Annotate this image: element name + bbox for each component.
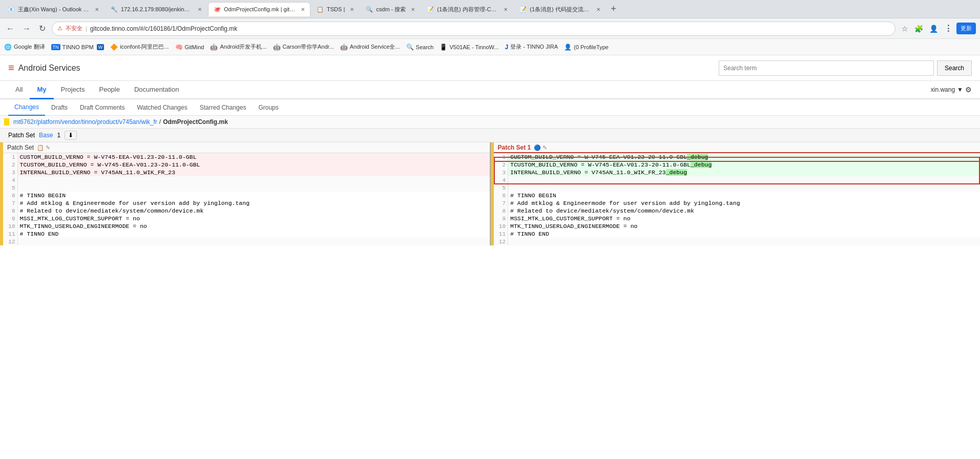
right-pane-icons: 🔵 ✎ <box>534 144 547 151</box>
bookmark-iconfont[interactable]: 🔶 iconfont-阿里巴巴... <box>110 43 169 51</box>
menu-btn[interactable]: ⋮ <box>942 23 954 34</box>
left-patch-label: Patch Set <box>7 144 34 151</box>
line-content: # Related to device/mediatek/system/comm… <box>17 207 491 215</box>
line-content: # TINNO END <box>17 230 491 238</box>
nav-documentation[interactable]: Documentation <box>127 81 186 99</box>
right-code-table: 1 CUSTOM_BUILD_VERNO = W-V745-EEA-V01.23… <box>494 153 981 245</box>
table-row: 6 # TINNO BEGIN <box>494 192 981 199</box>
profile-btn[interactable]: 👤 <box>927 24 940 34</box>
table-row: 7 # Add mtklog & Engineermode for user v… <box>3 199 491 207</box>
line-number: 2 <box>3 161 17 169</box>
nav-all[interactable]: All <box>8 81 30 99</box>
tab-close-csdn2[interactable]: ✕ <box>596 7 600 12</box>
line-content: # Add mtklog & Engineermode for user ver… <box>508 199 981 207</box>
line-number: 12 <box>3 238 17 245</box>
new-tab-button[interactable]: + <box>607 4 620 14</box>
right-status-stripe <box>491 142 494 245</box>
tab-csdm[interactable]: 🔍 csdm - 搜索 ✕ <box>360 2 421 16</box>
tab-close-csdn1[interactable]: ✕ <box>504 7 508 12</box>
nav-people[interactable]: People <box>92 81 127 99</box>
extensions-btn[interactable]: 🧩 <box>912 24 925 34</box>
sub-nav-draft-comments[interactable]: Draft Comments <box>74 99 131 116</box>
line-number: 8 <box>494 207 508 215</box>
tab-close-gerrit[interactable]: ✕ <box>301 7 305 12</box>
bookmark-gitmind[interactable]: 🧠 GitMind <box>175 44 204 51</box>
line-number: 6 <box>3 192 17 199</box>
line-number: 5 <box>3 184 17 192</box>
tab-csdn1[interactable]: 📝 (1条消息) 内容管理-CSDN创作... ✕ <box>421 2 513 16</box>
line-content: # TINNO BEGIN <box>17 192 491 199</box>
download-patch-btn[interactable]: ⬇ <box>65 131 77 140</box>
tab-close-csdm[interactable]: ✕ <box>411 7 415 12</box>
table-row: 5 <box>494 184 981 192</box>
line-content: MSSI_MTK_LOG_CUSTOMER_SUPPORT = no <box>508 215 981 222</box>
tab-close-tsds[interactable]: ✕ <box>350 7 354 12</box>
tab-csdn2[interactable]: 📝 (1条消息) 代码提交流程_Come... ✕ <box>514 2 606 16</box>
user-dropdown-icon[interactable]: ▼ <box>957 86 963 93</box>
table-row: 3 INTERNAL_BUILD_VERNO = V745AN_11.0_WIK… <box>494 169 981 176</box>
bookmark-google-translate[interactable]: 🌐 Google 翻译 <box>4 43 45 51</box>
table-row: 4 <box>3 176 491 184</box>
line-number: 6 <box>494 192 508 199</box>
table-row: 1 CUSTOM_BUILD_VERNO = W-V745-EEA-V01.23… <box>3 153 491 161</box>
table-row: 11 # TINNO END <box>494 230 981 238</box>
bookmark-profile-type[interactable]: 👤 (0 ProfileType <box>564 44 609 51</box>
line-content <box>508 176 981 184</box>
bookmark-carson[interactable]: 🤖 Carson带你学Andr... <box>273 43 334 51</box>
tab-close-outlook[interactable]: ✕ <box>95 7 99 12</box>
tab-tsds[interactable]: 📋 TSDS | ✕ <box>311 2 360 16</box>
table-row: 12 <box>3 238 491 245</box>
search-button[interactable]: Search <box>937 60 972 76</box>
bookmark-android-service[interactable]: 🤖 Android Service全... <box>340 43 400 51</box>
breadcrumb-path[interactable]: mt6762r/platform/vendor/tinno/product/v7… <box>13 118 157 126</box>
gerrit-logo: ≡ <box>8 62 14 74</box>
breadcrumb-separator: / <box>159 118 161 126</box>
line-number: 4 <box>494 176 508 184</box>
line-content: CUSTOM_BUILD_VERNO = W-V745-EEA-V01.23-2… <box>17 153 491 161</box>
left-pane-icons: 📋 ✎ <box>37 144 50 151</box>
line-number: 9 <box>494 215 508 222</box>
table-row: 9 MSSI_MTK_LOG_CUSTOMER_SUPPORT = no <box>3 215 491 222</box>
line-content: # Related to device/mediatek/system/comm… <box>508 207 981 215</box>
security-icon: ⚠ <box>57 25 62 32</box>
bookmark-star[interactable]: ☆ <box>900 24 910 34</box>
line-content <box>17 184 491 192</box>
sub-nav-starred[interactable]: Starred Changes <box>194 99 253 116</box>
line-content: # TINNO END <box>508 230 981 238</box>
sub-nav-groups[interactable]: Groups <box>252 99 284 116</box>
forward-button[interactable]: → <box>20 23 33 34</box>
top-nav: All My Projects People Documentation xin… <box>0 81 980 99</box>
table-row: 2 TCUSTOM_BUILD_VERNO = W-V745-EEA-V01.2… <box>494 161 981 169</box>
table-row: 12 <box>494 238 981 245</box>
address-bar: ← → ↻ ⚠ 不安全 | gitcode.tinno.com/#/c/1601… <box>0 18 980 39</box>
left-code-table: 1 CUSTOM_BUILD_VERNO = W-V745-EEA-V01.23… <box>3 153 491 245</box>
back-button[interactable]: ← <box>4 23 16 34</box>
nav-projects[interactable]: Projects <box>54 81 92 99</box>
bookmark-search[interactable]: 🔍 Search <box>406 44 434 51</box>
sub-nav-changes[interactable]: Changes <box>8 99 45 116</box>
search-input[interactable] <box>719 60 934 76</box>
sub-nav-watched[interactable]: Watched Changes <box>131 99 193 116</box>
tab-jenkins[interactable]: 🔧 172.16.2.179:8080/jenkins/jo... ✕ <box>105 2 207 16</box>
tab-outlook[interactable]: 📧 王鑫(Xin Wang) - Outlook We... ✕ <box>2 2 105 16</box>
line-number: 9 <box>3 215 17 222</box>
diff-main-area: Patch Set 📋 ✎ 1 CUSTOM_BUILD_VERNO = W-V… <box>0 142 980 245</box>
line-number: 10 <box>494 222 508 230</box>
nav-my[interactable]: My <box>30 81 53 99</box>
reload-button[interactable]: ↻ <box>37 23 48 34</box>
sub-nav-drafts[interactable]: Drafts <box>45 99 74 116</box>
table-row: 5 <box>3 184 491 192</box>
patch-num: 1 <box>57 132 60 139</box>
tab-gerrit[interactable]: 🐙 OdmProjectConfig.mk | gitco... ✕ <box>208 2 310 16</box>
bookmark-tinno-jira[interactable]: J 登录 - TINNO JIRA <box>505 43 558 51</box>
bookmark-tinno-bpm[interactable]: TN TINNO BPM W <box>51 44 105 50</box>
gerrit-search-area: Search <box>719 60 972 76</box>
settings-icon[interactable]: ⚙ <box>965 86 972 94</box>
bookmark-android-dev[interactable]: 🤖 Android开发手机... <box>210 43 266 51</box>
line-content: MTK_TINNO_USERLOAD_ENGINEERMODE = no <box>17 222 491 230</box>
tab-close-jenkins[interactable]: ✕ <box>198 7 202 12</box>
left-status-stripe <box>0 142 3 245</box>
bookmark-v501ae[interactable]: 📱 V501AE - TinnoW... <box>440 44 498 51</box>
update-button[interactable]: 更新 <box>956 23 976 34</box>
table-row: 1 CUSTOM_BUILD_VERNO = W-V745-EEA-V01.23… <box>494 153 981 161</box>
